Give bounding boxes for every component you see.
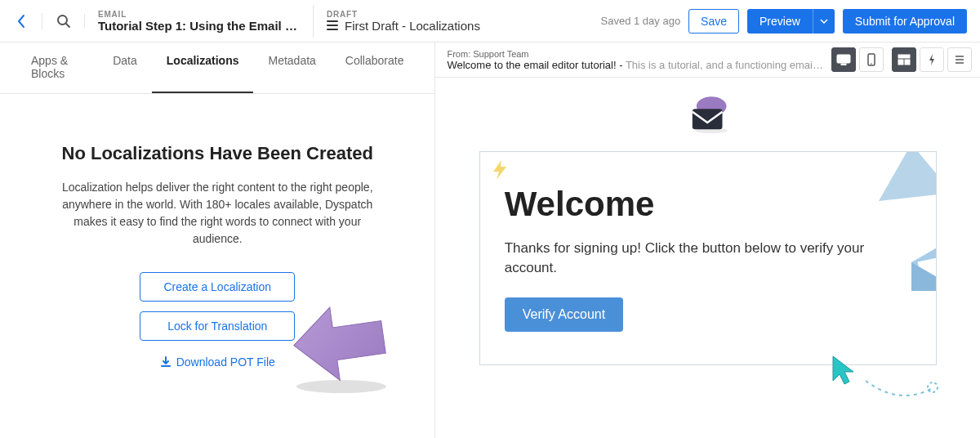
save-button[interactable]: Save <box>688 9 739 34</box>
localizations-empty-heading: No Localizations Have Been Created <box>33 143 402 164</box>
email-card: Welcome Thanks for signing up! Click the… <box>479 151 937 365</box>
svg-rect-7 <box>898 55 910 58</box>
search-button[interactable] <box>42 14 85 29</box>
svg-rect-9 <box>905 60 910 65</box>
triangle-decoration-icon <box>862 151 937 217</box>
preview-from: From: Support Team <box>447 49 823 59</box>
mobile-view-button[interactable] <box>859 47 884 72</box>
chevron-down-icon <box>820 19 828 24</box>
amp-view-button[interactable] <box>920 47 944 72</box>
preview-subject: Welcome to the email editor tutorial! - … <box>447 59 823 71</box>
svg-rect-8 <box>898 60 903 65</box>
back-button[interactable] <box>0 13 42 29</box>
svg-point-16 <box>928 382 938 392</box>
tab-localizations[interactable]: Localizations <box>152 42 254 93</box>
card-lightning-icon <box>490 159 510 181</box>
svg-rect-14 <box>693 109 723 129</box>
svg-point-15 <box>695 128 728 134</box>
localizations-empty-description: Localization helps deliver the right con… <box>54 179 381 248</box>
cursor-decoration-icon <box>825 348 947 413</box>
svg-line-1 <box>66 24 69 27</box>
mobile-icon <box>867 53 875 66</box>
email-label: EMAIL <box>98 10 300 19</box>
svg-rect-4 <box>841 64 846 65</box>
download-pot-label: Download POT File <box>176 355 275 369</box>
lightning-icon <box>928 53 936 66</box>
email-title: Tutorial Step 1: Using the Email B… <box>98 19 300 33</box>
preview-button[interactable]: Preview <box>747 9 813 34</box>
layout-icon <box>898 54 911 65</box>
saved-indicator: Saved 1 day ago <box>601 15 681 27</box>
svg-point-2 <box>296 380 386 393</box>
chevron-left-icon <box>16 13 27 29</box>
download-pot-link[interactable]: Download POT File <box>160 355 275 369</box>
desktop-view-button[interactable] <box>831 47 856 72</box>
layout-view-button[interactable] <box>892 47 916 72</box>
welcome-body: Thanks for signing up! Click the button … <box>505 239 911 278</box>
draft-label: DRAFT <box>327 10 480 19</box>
email-preview-area: Welcome Thanks for signing up! Click the… <box>435 78 980 438</box>
logo-envelope-icon <box>684 94 733 135</box>
svg-rect-3 <box>837 55 850 63</box>
desktop-icon <box>836 54 851 65</box>
tab-apps-blocks[interactable]: Apps & Blocks <box>16 42 98 93</box>
text-view-button[interactable] <box>947 47 972 72</box>
draft-block[interactable]: DRAFT First Draft - Localizations <box>314 5 493 38</box>
preview-dropdown[interactable] <box>813 9 835 34</box>
svg-point-6 <box>871 63 872 65</box>
envelope-decoration-icon <box>903 242 937 299</box>
download-icon <box>160 356 172 368</box>
tab-data[interactable]: Data <box>98 42 152 93</box>
tab-metadata[interactable]: Metadata <box>253 42 330 93</box>
search-icon <box>56 14 71 29</box>
email-title-block: EMAIL Tutorial Step 1: Using the Email B… <box>85 5 314 38</box>
welcome-heading: Welcome <box>505 185 911 224</box>
submit-button[interactable]: Submit for Approval <box>843 9 967 34</box>
lock-translation-button[interactable]: Lock for Translation <box>140 311 295 341</box>
list-icon <box>954 54 965 65</box>
menu-icon <box>327 20 338 30</box>
draft-name: First Draft - Localizations <box>345 19 480 33</box>
editor-tabs: Apps & Blocks Data Localizations Metadat… <box>0 42 434 94</box>
tab-collaborate[interactable]: Collaborate <box>331 42 419 93</box>
create-localization-button[interactable]: Create a Localization <box>140 272 295 302</box>
verify-account-button[interactable]: Verify Account <box>505 297 623 332</box>
preview-button-group: Preview <box>747 9 835 34</box>
